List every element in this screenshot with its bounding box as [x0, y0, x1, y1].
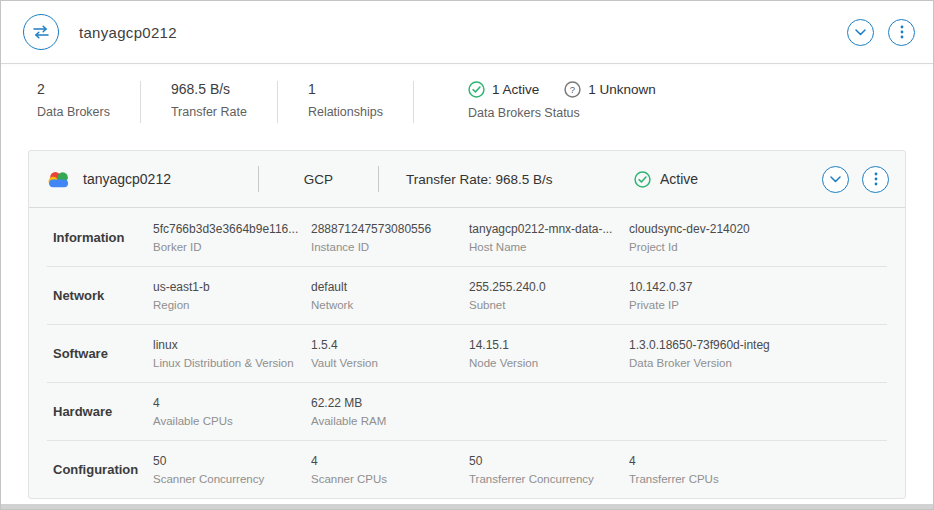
section-label: Hardware — [53, 404, 153, 419]
transfer-arrows-icon — [32, 25, 50, 39]
field-cell: 4 Transferrer CPUs — [629, 454, 887, 485]
gcp-logo-icon — [45, 169, 72, 189]
section-row-hardware: Hardware 4 Available CPUs 62.22 MB Avail… — [47, 382, 887, 440]
field-value: 14.15.1 — [469, 338, 629, 352]
field-label: Linux Distribution & Version — [153, 357, 311, 369]
active-status-chunk: 1 Active — [468, 81, 539, 98]
field-cell: 50 Scanner Concurrency — [153, 454, 311, 485]
svg-text:?: ? — [570, 84, 575, 95]
field-label: Node Version — [469, 357, 629, 369]
stat-relationships: 1 Relationships — [308, 81, 414, 123]
field-label: Instance ID — [311, 241, 469, 253]
field-cell: linux Linux Distribution & Version — [153, 338, 311, 369]
field-cell: us-east1-b Region — [153, 280, 311, 311]
active-status-text: 1 Active — [492, 82, 539, 97]
field-label: Subnet — [469, 299, 629, 311]
field-value: 4 — [153, 396, 311, 410]
stat-value: 1 — [308, 81, 383, 97]
page-title: tanyagcp0212 — [79, 24, 177, 41]
broker-provider: GCP — [259, 172, 378, 187]
broker-identity: tanyagcp0212 — [45, 169, 258, 189]
field-label: Available RAM — [311, 415, 469, 427]
unknown-status-text: 1 Unknown — [588, 82, 656, 97]
field-cell: default Network — [311, 280, 469, 311]
kebab-dots-icon — [900, 25, 904, 39]
field-cell: 62.22 MB Available RAM — [311, 396, 469, 427]
field-label: Transferrer Concurrency — [469, 473, 629, 485]
section-label: Configuration — [53, 462, 153, 477]
field-value: 50 — [153, 454, 311, 468]
field-value: 1.5.4 — [311, 338, 469, 352]
field-label: Vault Version — [311, 357, 469, 369]
field-cell: 288871247573080556 Instance ID — [311, 222, 469, 253]
section-row-information: Information 5fc766b3d3e3664b9e116... Bor… — [47, 208, 887, 266]
field-value: tanyagcp0212-mnx-data-... — [469, 222, 629, 236]
stat-data-brokers: 2 Data Brokers — [37, 81, 141, 123]
chevron-down-icon — [855, 29, 866, 36]
broker-transfer-rate: Transfer Rate: 968.5 B/s — [379, 172, 634, 187]
field-value: cloudsync-dev-214020 — [629, 222, 887, 236]
field-value: 1.3.0.18650-73f960d-integ — [629, 338, 887, 352]
brokers-status-group: 1 Active ? 1 Unknown Data Brokers Status — [468, 81, 674, 120]
broker-name: tanyagcp0212 — [83, 171, 171, 187]
field-value: 10.142.0.37 — [629, 280, 887, 294]
stat-label: Transfer Rate — [171, 105, 247, 119]
field-value: 255.255.240.0 — [469, 280, 629, 294]
sync-relationship-icon[interactable] — [23, 14, 59, 50]
top-header-actions — [847, 19, 915, 46]
broker-collapse-chevron-button[interactable] — [822, 166, 849, 193]
broker-kebab-menu-button[interactable] — [862, 166, 889, 193]
section-row-software: Software linux Linux Distribution & Vers… — [47, 324, 887, 382]
field-value: 4 — [629, 454, 887, 468]
field-cell: 4 Available CPUs — [153, 396, 311, 427]
field-label: Host Name — [469, 241, 629, 253]
broker-card-header: tanyagcp0212 GCP Transfer Rate: 968.5 B/… — [29, 151, 905, 208]
kebab-menu-button[interactable] — [888, 19, 915, 46]
brokers-status-caption: Data Brokers Status — [468, 106, 674, 120]
field-label: Borker ID — [153, 241, 311, 253]
field-cell: 1.3.0.18650-73f960d-integ Data Broker Ve… — [629, 338, 887, 369]
brokers-status-line: 1 Active ? 1 Unknown — [468, 81, 674, 98]
section-row-network: Network us-east1-b Region default Networ… — [47, 266, 887, 324]
field-value: 5fc766b3d3e3664b9e116... — [153, 222, 311, 236]
stats-strip: 2 Data Brokers 968.5 B/s Transfer Rate 1… — [1, 64, 933, 137]
field-label: Network — [311, 299, 469, 311]
section-row-configuration: Configuration 50 Scanner Concurrency 4 S… — [47, 440, 887, 498]
field-cell: 14.15.1 Node Version — [469, 338, 629, 369]
field-value: 62.22 MB — [311, 396, 469, 410]
field-label: Scanner CPUs — [311, 473, 469, 485]
field-cell: 1.5.4 Vault Version — [311, 338, 469, 369]
field-label: Available CPUs — [153, 415, 311, 427]
field-value: linux — [153, 338, 311, 352]
chevron-down-icon — [830, 176, 841, 183]
broker-detail-rows: Information 5fc766b3d3e3664b9e116... Bor… — [47, 208, 887, 498]
stat-value: 968.5 B/s — [171, 81, 247, 97]
stat-label: Data Brokers — [37, 105, 110, 119]
check-circle-icon — [634, 171, 651, 188]
question-circle-icon: ? — [564, 81, 581, 98]
field-cell: cloudsync-dev-214020 Project Id — [629, 222, 887, 253]
field-label: Transferrer CPUs — [629, 473, 887, 485]
field-value: 4 — [311, 454, 469, 468]
field-cell: 50 Transferrer Concurrency — [469, 454, 629, 485]
field-label: Data Broker Version — [629, 357, 887, 369]
unknown-status-chunk: ? 1 Unknown — [564, 81, 656, 98]
field-value: 288871247573080556 — [311, 222, 469, 236]
broker-card-actions — [822, 166, 889, 193]
check-circle-icon — [468, 81, 485, 98]
field-cell: 255.255.240.0 Subnet — [469, 280, 629, 311]
section-label: Software — [53, 346, 153, 361]
section-label: Information — [53, 230, 153, 245]
page-bottom-edge — [1, 504, 933, 509]
field-value: 50 — [469, 454, 629, 468]
broker-status: Active — [634, 171, 698, 188]
stat-label: Relationships — [308, 105, 383, 119]
field-label: Project Id — [629, 241, 887, 253]
data-broker-card: tanyagcp0212 GCP Transfer Rate: 968.5 B/… — [28, 150, 906, 499]
kebab-dots-icon — [874, 172, 878, 186]
collapse-chevron-button[interactable] — [847, 19, 874, 46]
broker-status-text: Active — [660, 171, 698, 187]
stat-transfer-rate: 968.5 B/s Transfer Rate — [171, 81, 278, 123]
section-label: Network — [53, 288, 153, 303]
stat-value: 2 — [37, 81, 110, 97]
